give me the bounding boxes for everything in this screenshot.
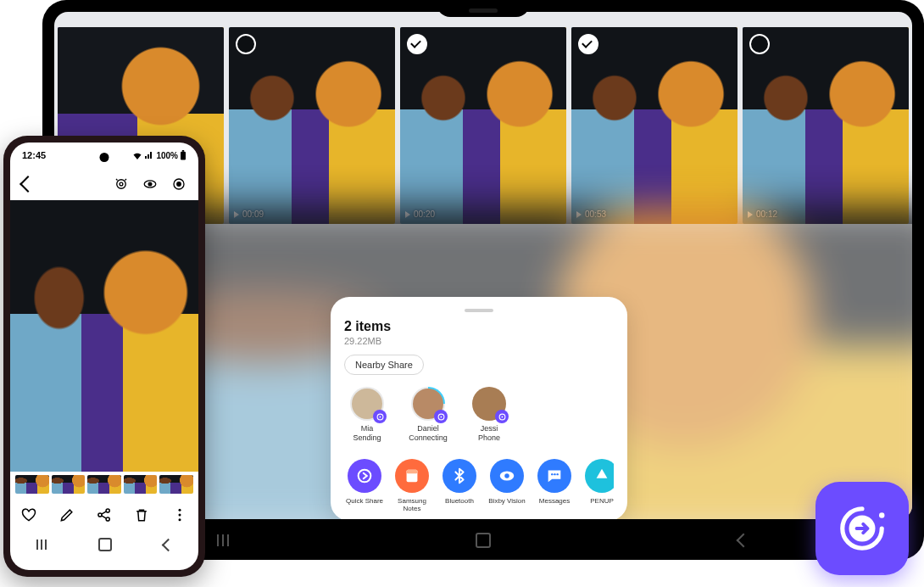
photo-thumbnail-art (743, 27, 909, 224)
selection-checkbox[interactable] (236, 34, 256, 54)
quick-share-badge-icon (434, 410, 448, 423)
share-size: 29.22MB (344, 336, 614, 346)
gallery-thumbnail[interactable]: 00:09 (229, 27, 395, 224)
share-app-label: Quick Share (344, 497, 385, 505)
nav-home-button[interactable] (98, 538, 112, 551)
svg-point-19 (177, 182, 181, 187)
phone-filmstrip[interactable] (10, 472, 198, 497)
svg-point-15 (120, 182, 123, 186)
phone-top-bar (10, 168, 198, 200)
svg-point-23 (178, 509, 181, 512)
penup-icon (585, 459, 614, 493)
svg-point-26 (879, 512, 884, 517)
motion-photo-icon[interactable] (171, 176, 186, 192)
contact-name: Daniel (405, 424, 451, 433)
back-button[interactable] (19, 176, 36, 193)
photo-thumbnail-art (229, 27, 395, 224)
selection-checkbox[interactable] (749, 34, 770, 54)
share-app-messages[interactable]: Messages (534, 459, 575, 512)
svg-point-8 (551, 472, 553, 474)
phone-frame: 12:45 100% (3, 136, 205, 577)
tablet-nav-bar (212, 531, 754, 550)
svg-rect-12 (181, 152, 186, 160)
photo-thumbnail-art (400, 27, 566, 224)
share-app-quick-share[interactable]: Quick Share (344, 459, 385, 512)
phone-toolbar (10, 497, 198, 533)
gallery-thumbnail[interactable]: 00:12 (743, 27, 909, 224)
contact-status: Phone (466, 433, 512, 443)
share-app-label: Bixby Vision (487, 497, 527, 505)
contact-name: Jessi (466, 424, 512, 433)
share-app-bixby-vision[interactable]: Bixby Vision (487, 459, 527, 512)
battery-icon (180, 150, 186, 160)
more-icon[interactable] (170, 506, 189, 524)
status-time: 12:45 (22, 150, 46, 160)
share-app-label: Samsung Notes (392, 497, 432, 512)
contact-name: Mia (344, 424, 390, 433)
delete-icon[interactable] (132, 506, 151, 524)
nav-back-button[interactable] (732, 531, 754, 550)
quick-share-icon (348, 459, 381, 493)
gallery-thumbnail[interactable]: 00:53 (571, 27, 738, 224)
share-icon[interactable] (95, 506, 114, 524)
svg-rect-5 (407, 469, 418, 473)
svg-point-3 (359, 469, 371, 482)
nav-back-button[interactable] (161, 538, 175, 551)
phone-photo-main[interactable] (10, 200, 198, 472)
quick-share-floating-icon[interactable] (815, 482, 909, 575)
nav-recent-button[interactable] (212, 531, 234, 550)
share-app-label: PENUP (582, 497, 614, 505)
svg-point-25 (178, 518, 181, 521)
wifi-icon (132, 151, 142, 159)
photo-thumbnail-art (571, 27, 738, 224)
nav-home-button[interactable] (472, 531, 494, 550)
phone-nav-bar (10, 533, 198, 556)
share-contact[interactable]: Jessi Phone (466, 387, 512, 444)
bixby-vision-icon (490, 459, 524, 493)
bixby-vision-icon[interactable] (142, 176, 158, 192)
filmstrip-thumb[interactable] (52, 475, 86, 494)
contact-avatar (411, 387, 445, 421)
signal-icon (144, 151, 154, 159)
tablet-camera-notch (437, 3, 530, 17)
share-contact[interactable]: Mia Sending (344, 387, 390, 444)
svg-point-14 (117, 180, 126, 189)
phone-camera-punch (100, 153, 109, 162)
svg-point-10 (556, 472, 558, 474)
share-apps-row: Quick Share Samsung Notes Bluetooth (344, 459, 614, 512)
filmstrip-thumb[interactable] (159, 475, 193, 494)
filmstrip-thumb[interactable] (15, 475, 49, 494)
filmstrip-thumb[interactable] (124, 475, 158, 494)
share-app-label: Bluetooth (439, 497, 480, 505)
filmstrip-thumb[interactable] (87, 475, 121, 494)
selection-checkbox[interactable] (578, 34, 598, 54)
favorite-icon[interactable] (19, 506, 38, 524)
status-battery: 100% (156, 151, 178, 160)
remaster-icon[interactable] (114, 176, 129, 192)
svg-point-9 (554, 472, 555, 474)
nav-recent-button[interactable] (36, 539, 47, 550)
share-contact[interactable]: Daniel Connecting (405, 387, 451, 444)
share-app-bluetooth[interactable]: Bluetooth (439, 459, 480, 512)
phone-screen: 12:45 100% (10, 143, 198, 570)
samsung-notes-icon (395, 459, 429, 493)
share-contacts-row: Mia Sending Daniel Connecting (344, 387, 614, 444)
selection-checkbox[interactable] (407, 34, 427, 54)
contact-avatar (472, 387, 506, 421)
share-app-samsung-notes[interactable]: Samsung Notes (392, 459, 432, 512)
contact-status: Sending (344, 433, 390, 443)
messages-icon (537, 459, 571, 493)
edit-icon[interactable] (58, 506, 76, 524)
bluetooth-icon (443, 459, 476, 493)
share-app-penup[interactable]: PENUP (582, 459, 614, 512)
nearby-share-chip[interactable]: Nearby Share (344, 355, 424, 375)
svg-point-7 (504, 473, 509, 478)
quick-share-badge-icon (373, 410, 387, 423)
gallery-thumbnail[interactable]: 00:20 (400, 27, 566, 224)
share-app-label: Messages (534, 497, 575, 505)
sheet-grabber[interactable] (465, 309, 493, 312)
contact-avatar (350, 387, 384, 421)
status-icons: 100% (132, 150, 186, 160)
photo-main-art (10, 200, 198, 472)
svg-rect-13 (182, 150, 184, 152)
